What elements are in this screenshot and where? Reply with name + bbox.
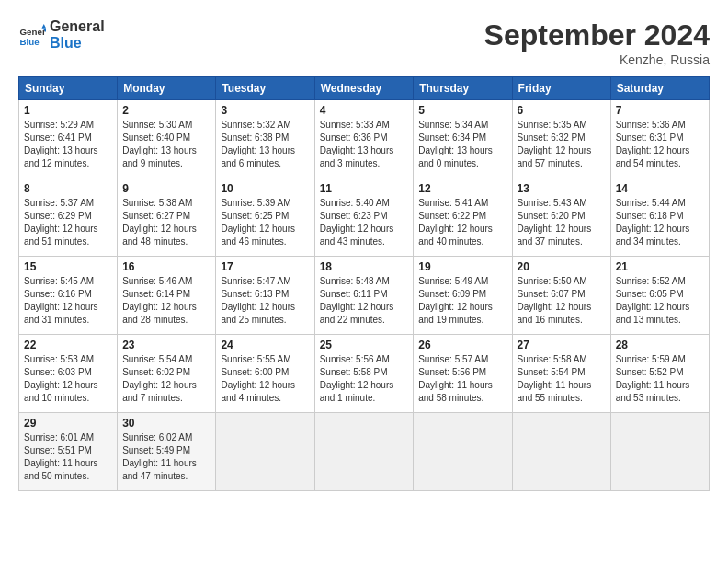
empty-cell-3 [414, 413, 512, 491]
week-1: 1 Sunrise: 5:29 AMSunset: 6:41 PMDayligh… [19, 100, 710, 178]
day-19: 19 Sunrise: 5:49 AMSunset: 6:09 PMDaylig… [414, 257, 512, 335]
calendar-table: Sunday Monday Tuesday Wednesday Thursday… [18, 76, 710, 491]
day-22: 22 Sunrise: 5:53 AMSunset: 6:03 PMDaylig… [19, 335, 118, 413]
page-header: General Blue General Blue September 2024… [18, 18, 710, 67]
day-18: 18 Sunrise: 5:48 AMSunset: 6:11 PMDaylig… [314, 257, 414, 335]
day-29: 29 Sunrise: 6:01 AMSunset: 5:51 PMDaylig… [19, 413, 118, 491]
svg-marker-2 [42, 24, 47, 29]
title-block: September 2024 Kenzhe, Russia [484, 18, 710, 67]
day-25: 25 Sunrise: 5:56 AMSunset: 5:58 PMDaylig… [314, 335, 414, 413]
week-5: 29 Sunrise: 6:01 AMSunset: 5:51 PMDaylig… [19, 413, 710, 491]
col-wednesday: Wednesday [314, 77, 414, 100]
logo-text-blue: Blue [50, 35, 82, 51]
empty-cell-5 [610, 413, 709, 491]
day-13: 13 Sunrise: 5:43 AMSunset: 6:20 PMDaylig… [512, 178, 610, 257]
day-3: 3 Sunrise: 5:32 AMSunset: 6:38 PMDayligh… [216, 100, 314, 178]
month-title: September 2024 [484, 18, 710, 52]
week-4: 22 Sunrise: 5:53 AMSunset: 6:03 PMDaylig… [19, 335, 710, 413]
day-26: 26 Sunrise: 5:57 AMSunset: 5:56 PMDaylig… [414, 335, 512, 413]
empty-cell-1 [216, 413, 314, 491]
day-28: 28 Sunrise: 5:59 AMSunset: 5:52 PMDaylig… [610, 335, 709, 413]
logo: General Blue General Blue [18, 18, 105, 51]
col-sunday: Sunday [19, 77, 118, 100]
col-monday: Monday [118, 77, 216, 100]
empty-cell-2 [314, 413, 414, 491]
col-saturday: Saturday [610, 77, 709, 100]
day-1: 1 Sunrise: 5:29 AMSunset: 6:41 PMDayligh… [19, 100, 118, 178]
day-27: 27 Sunrise: 5:58 AMSunset: 5:54 PMDaylig… [512, 335, 610, 413]
day-2: 2 Sunrise: 5:30 AMSunset: 6:40 PMDayligh… [118, 100, 216, 178]
week-3: 15 Sunrise: 5:45 AMSunset: 6:16 PMDaylig… [19, 257, 710, 335]
day-24: 24 Sunrise: 5:55 AMSunset: 6:00 PMDaylig… [216, 335, 314, 413]
logo-icon: General Blue [18, 21, 46, 49]
empty-cell-4 [512, 413, 610, 491]
col-friday: Friday [512, 77, 610, 100]
location: Kenzhe, Russia [484, 52, 710, 67]
day-8: 8 Sunrise: 5:37 AMSunset: 6:29 PMDayligh… [19, 178, 118, 257]
week-2: 8 Sunrise: 5:37 AMSunset: 6:29 PMDayligh… [19, 178, 710, 257]
day-15: 15 Sunrise: 5:45 AMSunset: 6:16 PMDaylig… [19, 257, 118, 335]
day-7: 7 Sunrise: 5:36 AMSunset: 6:31 PMDayligh… [610, 100, 709, 178]
svg-text:Blue: Blue [20, 36, 40, 46]
calendar-header-row: Sunday Monday Tuesday Wednesday Thursday… [19, 77, 710, 100]
day-17: 17 Sunrise: 5:47 AMSunset: 6:13 PMDaylig… [216, 257, 314, 335]
day-9: 9 Sunrise: 5:38 AMSunset: 6:27 PMDayligh… [118, 178, 216, 257]
day-11: 11 Sunrise: 5:40 AMSunset: 6:23 PMDaylig… [314, 178, 414, 257]
logo-text-general: General [50, 18, 105, 34]
day-16: 16 Sunrise: 5:46 AMSunset: 6:14 PMDaylig… [118, 257, 216, 335]
day-20: 20 Sunrise: 5:50 AMSunset: 6:07 PMDaylig… [512, 257, 610, 335]
col-thursday: Thursday [414, 77, 512, 100]
day-14: 14 Sunrise: 5:44 AMSunset: 6:18 PMDaylig… [610, 178, 709, 257]
day-5: 5 Sunrise: 5:34 AMSunset: 6:34 PMDayligh… [414, 100, 512, 178]
day-12: 12 Sunrise: 5:41 AMSunset: 6:22 PMDaylig… [414, 178, 512, 257]
day-21: 21 Sunrise: 5:52 AMSunset: 6:05 PMDaylig… [610, 257, 709, 335]
day-23: 23 Sunrise: 5:54 AMSunset: 6:02 PMDaylig… [118, 335, 216, 413]
day-10: 10 Sunrise: 5:39 AMSunset: 6:25 PMDaylig… [216, 178, 314, 257]
day-30: 30 Sunrise: 6:02 AMSunset: 5:49 PMDaylig… [118, 413, 216, 491]
day-4: 4 Sunrise: 5:33 AMSunset: 6:36 PMDayligh… [314, 100, 414, 178]
col-tuesday: Tuesday [216, 77, 314, 100]
day-6: 6 Sunrise: 5:35 AMSunset: 6:32 PMDayligh… [512, 100, 610, 178]
